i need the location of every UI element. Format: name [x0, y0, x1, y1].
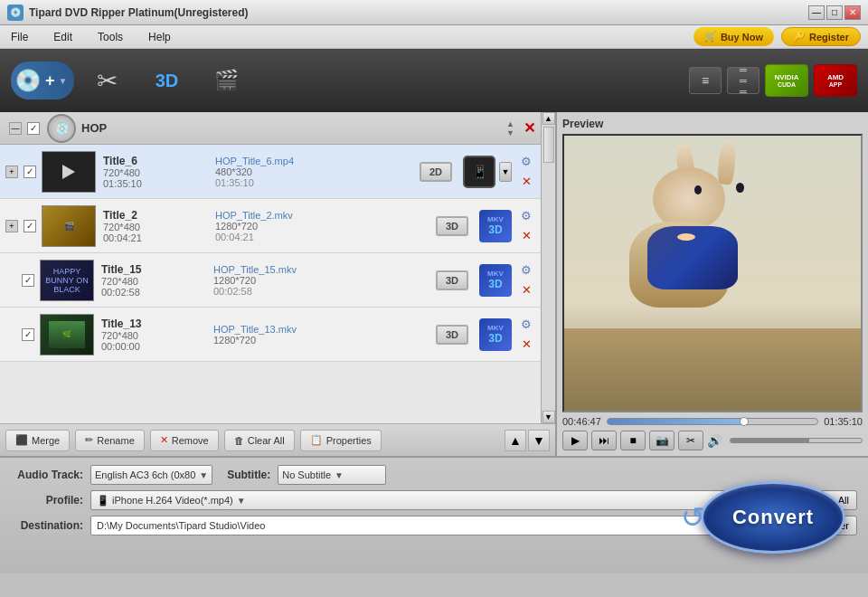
scroll-track-area[interactable]	[542, 125, 555, 411]
play-button[interactable]: ▶	[562, 431, 588, 450]
title-name: Title_2	[103, 209, 212, 222]
clip-button[interactable]: ✂	[678, 431, 703, 450]
dvd-checkbox[interactable]	[27, 122, 40, 135]
collapse-button[interactable]: —	[9, 122, 22, 135]
dvd-dropdown-arrow[interactable]: ▼	[59, 76, 68, 86]
time-end: 01:35:10	[824, 416, 863, 427]
menu-edit[interactable]: Edit	[50, 29, 76, 45]
maximize-button[interactable]: □	[826, 5, 843, 20]
output-filename: HOP_Title_2.mkv	[215, 210, 432, 221]
mode-3d-badge[interactable]: 3D	[436, 270, 468, 290]
mkv-3d-badge[interactable]: MKV 3D	[479, 210, 512, 242]
time-slider[interactable]	[607, 418, 818, 425]
cart-icon: 🛒	[704, 31, 717, 43]
output-info: HOP_Title_15.mkv 1280*720 00:02:58	[213, 264, 432, 297]
row-actions: ⚙ ✕	[517, 153, 535, 191]
row-settings-button[interactable]: ⚙	[517, 153, 535, 171]
title-resolution: 720*480	[101, 276, 210, 287]
mkv-label: MKV	[487, 324, 504, 332]
scrollbar[interactable]: ▲ ▼	[541, 112, 555, 423]
row-checkbox[interactable]	[22, 328, 34, 341]
row-remove-button[interactable]: ✕	[517, 173, 535, 191]
volume-slider[interactable]	[730, 438, 863, 443]
row-checkbox[interactable]	[22, 274, 34, 287]
table-row: + 🎬 Title_2 720*480 00:04:21 HOP_Title_2…	[0, 199, 541, 253]
scroll-up-button[interactable]: ▲	[542, 112, 555, 125]
properties-icon: 📋	[310, 434, 323, 446]
row-settings-button[interactable]: ⚙	[517, 207, 535, 225]
device-dropdown[interactable]: ▼	[499, 162, 512, 182]
scroll-down-button[interactable]: ▼	[542, 411, 555, 423]
row-checkbox[interactable]	[24, 166, 36, 178]
mode-2d-badge[interactable]: 2D	[420, 162, 452, 182]
preview-controls: ▶ ⏭ ■ 📷 ✂ 🔊	[562, 431, 863, 450]
remove-icon: ✕	[160, 434, 168, 446]
output-duration: 00:04:21	[215, 232, 432, 242]
detail-view-button[interactable]: ═══	[727, 67, 760, 94]
mode-3d-badge[interactable]: 3D	[436, 325, 468, 345]
scissors-icon: ✂	[97, 66, 118, 96]
title-info: Title_13 720*480 00:00:00	[101, 317, 210, 352]
dvd-remove-button[interactable]: ✕	[524, 119, 535, 137]
subtitle-select[interactable]: No Subtitle ▼	[278, 465, 386, 485]
stop-button[interactable]: ■	[620, 431, 646, 450]
profile-dropdown-arrow: ▼	[237, 496, 246, 506]
minimize-button[interactable]: —	[808, 5, 825, 20]
buy-now-button[interactable]: 🛒 Buy Now	[693, 27, 774, 46]
menu-tools[interactable]: Tools	[94, 29, 127, 45]
close-button[interactable]: ✕	[844, 5, 861, 20]
title-duration: 00:02:58	[101, 287, 210, 298]
list-view-button[interactable]: ≡	[689, 67, 722, 94]
screenshot-button[interactable]: 📷	[649, 431, 675, 450]
title-name: Title_15	[101, 263, 210, 276]
amd-sub: APP	[829, 81, 842, 88]
clear-all-button[interactable]: 🗑 Clear All	[224, 430, 295, 451]
3d-button[interactable]: 3D	[139, 54, 193, 107]
preview-image	[564, 136, 861, 411]
file-panel: — 💿 HOP ▲ ▼ ✕ +	[0, 112, 557, 456]
remove-button[interactable]: ✕ Remove	[150, 430, 219, 451]
move-up-button[interactable]: ▲	[505, 430, 526, 451]
device-select[interactable]: 📱	[463, 156, 495, 188]
menu-help[interactable]: Help	[145, 29, 175, 45]
menu-file[interactable]: File	[7, 29, 32, 45]
mode-3d-badge[interactable]: 3D	[436, 216, 468, 236]
dvd-title: HOP	[81, 121, 501, 135]
dvd-scroll-arrows[interactable]: ▲ ▼	[506, 119, 514, 137]
expand-button[interactable]: +	[5, 220, 18, 232]
mode-label: 3D	[446, 275, 458, 286]
row-settings-button[interactable]: ⚙	[517, 261, 535, 280]
clear-all-label: Clear All	[248, 435, 285, 446]
title-resolution: 720*480	[103, 222, 212, 232]
menubar: File Edit Tools Help 🛒 Buy Now 🔑 Registe…	[0, 25, 868, 49]
row-remove-button[interactable]: ✕	[517, 227, 535, 245]
mkv-3d-badge[interactable]: MKV 3D	[479, 318, 512, 351]
load-dvd-button[interactable]: 💿 + ▼	[11, 62, 74, 100]
mkv-3d-badge[interactable]: MKV 3D	[479, 264, 512, 297]
expand-button[interactable]: +	[5, 166, 18, 178]
audio-track-select[interactable]: English AC3 6ch (0x80 ▼	[90, 465, 212, 485]
titlebar-controls: — □ ✕	[808, 5, 861, 20]
bottom-wrapper: Audio Track: English AC3 6ch (0x80 ▼ Sub…	[0, 456, 868, 573]
scroll-thumb[interactable]	[543, 127, 554, 163]
effect-button[interactable]: 🎬	[199, 54, 253, 107]
key-icon: 🔑	[793, 31, 806, 43]
rename-button[interactable]: ✏ Rename	[75, 430, 145, 451]
destination-input[interactable]: D:\My Documents\Tipard Studio\Video	[90, 516, 722, 535]
row-settings-button[interactable]: ⚙	[517, 316, 535, 334]
properties-button[interactable]: 📋 Properties	[300, 430, 382, 451]
register-button[interactable]: 🔑 Register	[781, 27, 861, 46]
row-remove-button[interactable]: ✕	[517, 336, 535, 354]
trim-button[interactable]: ✂	[80, 54, 134, 107]
profile-select[interactable]: 📱 iPhone H.264 Video(*.mp4) ▼	[90, 490, 725, 510]
move-down-button[interactable]: ▼	[528, 430, 550, 451]
dvd-header: — 💿 HOP ▲ ▼ ✕	[0, 112, 541, 145]
time-thumb[interactable]	[740, 417, 749, 426]
amd-label: AMD	[827, 73, 844, 81]
merge-button[interactable]: ⬛ Merge	[5, 430, 70, 451]
convert-button[interactable]: Convert	[701, 481, 845, 554]
next-frame-button[interactable]: ⏭	[591, 431, 617, 450]
title-duration: 00:04:21	[103, 232, 212, 243]
row-remove-button[interactable]: ✕	[517, 281, 535, 299]
row-checkbox[interactable]	[24, 220, 36, 232]
